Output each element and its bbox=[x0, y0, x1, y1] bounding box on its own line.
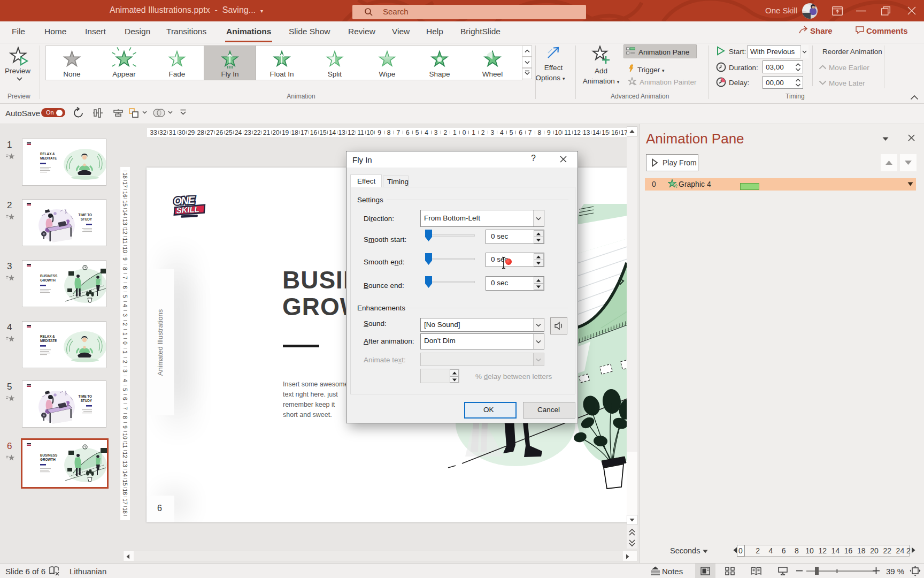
svg-text:GROWTH: GROWTH bbox=[40, 458, 56, 461]
svg-text:TIME TO: TIME TO bbox=[79, 394, 93, 398]
svg-text:RELAX &: RELAX & bbox=[40, 152, 55, 156]
svg-text:BUSINESS: BUSINESS bbox=[40, 274, 57, 278]
svg-text:STUDY: STUDY bbox=[81, 399, 93, 402]
svg-text:MEDITATE: MEDITATE bbox=[40, 339, 57, 343]
svg-text:TIME TO: TIME TO bbox=[79, 213, 93, 217]
svg-text:STUDY: STUDY bbox=[81, 217, 93, 221]
svg-text:SKILL: SKILL bbox=[176, 204, 199, 215]
svg-text:BUSINESS: BUSINESS bbox=[40, 453, 57, 457]
svg-text:GROWTH: GROWTH bbox=[40, 278, 56, 282]
svg-text:MEDITATE: MEDITATE bbox=[40, 156, 57, 160]
svg-text:RELAX &: RELAX & bbox=[40, 334, 55, 338]
